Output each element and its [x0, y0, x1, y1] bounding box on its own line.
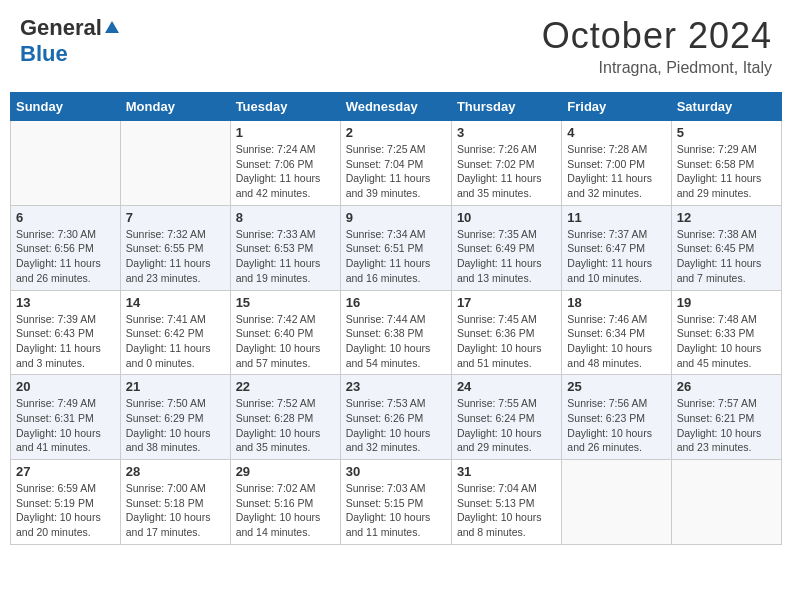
- day-number: 19: [677, 295, 776, 310]
- calendar-cell: 29Sunrise: 7:02 AMSunset: 5:16 PMDayligh…: [230, 460, 340, 545]
- day-number: 6: [16, 210, 115, 225]
- day-number: 24: [457, 379, 556, 394]
- day-info: Sunrise: 7:02 AMSunset: 5:16 PMDaylight:…: [236, 481, 335, 540]
- day-info: Sunrise: 7:24 AMSunset: 7:06 PMDaylight:…: [236, 142, 335, 201]
- calendar-cell: 2Sunrise: 7:25 AMSunset: 7:04 PMDaylight…: [340, 121, 451, 206]
- calendar-header-friday: Friday: [562, 93, 671, 121]
- day-info: Sunrise: 7:33 AMSunset: 6:53 PMDaylight:…: [236, 227, 335, 286]
- day-info: Sunrise: 7:53 AMSunset: 6:26 PMDaylight:…: [346, 396, 446, 455]
- day-info: Sunrise: 7:00 AMSunset: 5:18 PMDaylight:…: [126, 481, 225, 540]
- calendar-header-row: SundayMondayTuesdayWednesdayThursdayFrid…: [11, 93, 782, 121]
- calendar-cell: 13Sunrise: 7:39 AMSunset: 6:43 PMDayligh…: [11, 290, 121, 375]
- day-number: 21: [126, 379, 225, 394]
- calendar-cell: 1Sunrise: 7:24 AMSunset: 7:06 PMDaylight…: [230, 121, 340, 206]
- day-number: 11: [567, 210, 665, 225]
- calendar-week-4: 20Sunrise: 7:49 AMSunset: 6:31 PMDayligh…: [11, 375, 782, 460]
- day-info: Sunrise: 7:50 AMSunset: 6:29 PMDaylight:…: [126, 396, 225, 455]
- calendar-cell: 23Sunrise: 7:53 AMSunset: 6:26 PMDayligh…: [340, 375, 451, 460]
- day-info: Sunrise: 7:56 AMSunset: 6:23 PMDaylight:…: [567, 396, 665, 455]
- calendar-cell: 9Sunrise: 7:34 AMSunset: 6:51 PMDaylight…: [340, 205, 451, 290]
- calendar-header-monday: Monday: [120, 93, 230, 121]
- calendar-week-1: 1Sunrise: 7:24 AMSunset: 7:06 PMDaylight…: [11, 121, 782, 206]
- day-info: Sunrise: 7:39 AMSunset: 6:43 PMDaylight:…: [16, 312, 115, 371]
- day-number: 12: [677, 210, 776, 225]
- day-info: Sunrise: 7:03 AMSunset: 5:15 PMDaylight:…: [346, 481, 446, 540]
- calendar-week-3: 13Sunrise: 7:39 AMSunset: 6:43 PMDayligh…: [11, 290, 782, 375]
- day-number: 29: [236, 464, 335, 479]
- day-number: 5: [677, 125, 776, 140]
- calendar-cell: 28Sunrise: 7:00 AMSunset: 5:18 PMDayligh…: [120, 460, 230, 545]
- calendar-cell: 25Sunrise: 7:56 AMSunset: 6:23 PMDayligh…: [562, 375, 671, 460]
- day-info: Sunrise: 7:41 AMSunset: 6:42 PMDaylight:…: [126, 312, 225, 371]
- day-info: Sunrise: 7:52 AMSunset: 6:28 PMDaylight:…: [236, 396, 335, 455]
- day-number: 20: [16, 379, 115, 394]
- logo-blue-text: Blue: [20, 41, 68, 67]
- day-info: Sunrise: 7:30 AMSunset: 6:56 PMDaylight:…: [16, 227, 115, 286]
- calendar-cell: [11, 121, 121, 206]
- day-number: 7: [126, 210, 225, 225]
- calendar-cell: 16Sunrise: 7:44 AMSunset: 6:38 PMDayligh…: [340, 290, 451, 375]
- day-number: 17: [457, 295, 556, 310]
- calendar-cell: 14Sunrise: 7:41 AMSunset: 6:42 PMDayligh…: [120, 290, 230, 375]
- logo: General Blue: [20, 15, 119, 67]
- calendar-cell: 22Sunrise: 7:52 AMSunset: 6:28 PMDayligh…: [230, 375, 340, 460]
- calendar-cell: 31Sunrise: 7:04 AMSunset: 5:13 PMDayligh…: [451, 460, 561, 545]
- day-number: 8: [236, 210, 335, 225]
- day-number: 28: [126, 464, 225, 479]
- day-info: Sunrise: 7:44 AMSunset: 6:38 PMDaylight:…: [346, 312, 446, 371]
- calendar-header-wednesday: Wednesday: [340, 93, 451, 121]
- calendar-header-tuesday: Tuesday: [230, 93, 340, 121]
- day-info: Sunrise: 7:45 AMSunset: 6:36 PMDaylight:…: [457, 312, 556, 371]
- day-info: Sunrise: 7:42 AMSunset: 6:40 PMDaylight:…: [236, 312, 335, 371]
- calendar-cell: [562, 460, 671, 545]
- day-info: Sunrise: 7:38 AMSunset: 6:45 PMDaylight:…: [677, 227, 776, 286]
- day-info: Sunrise: 7:26 AMSunset: 7:02 PMDaylight:…: [457, 142, 556, 201]
- day-info: Sunrise: 7:48 AMSunset: 6:33 PMDaylight:…: [677, 312, 776, 371]
- day-number: 2: [346, 125, 446, 140]
- day-info: Sunrise: 7:28 AMSunset: 7:00 PMDaylight:…: [567, 142, 665, 201]
- calendar-cell: 6Sunrise: 7:30 AMSunset: 6:56 PMDaylight…: [11, 205, 121, 290]
- day-number: 1: [236, 125, 335, 140]
- day-number: 25: [567, 379, 665, 394]
- calendar-cell: 12Sunrise: 7:38 AMSunset: 6:45 PMDayligh…: [671, 205, 781, 290]
- calendar-cell: 26Sunrise: 7:57 AMSunset: 6:21 PMDayligh…: [671, 375, 781, 460]
- calendar-header-thursday: Thursday: [451, 93, 561, 121]
- calendar-cell: 7Sunrise: 7:32 AMSunset: 6:55 PMDaylight…: [120, 205, 230, 290]
- day-number: 23: [346, 379, 446, 394]
- day-info: Sunrise: 7:04 AMSunset: 5:13 PMDaylight:…: [457, 481, 556, 540]
- calendar-header-saturday: Saturday: [671, 93, 781, 121]
- location-text: Intragna, Piedmont, Italy: [542, 59, 772, 77]
- day-info: Sunrise: 7:34 AMSunset: 6:51 PMDaylight:…: [346, 227, 446, 286]
- day-number: 15: [236, 295, 335, 310]
- calendar-cell: 21Sunrise: 7:50 AMSunset: 6:29 PMDayligh…: [120, 375, 230, 460]
- day-number: 26: [677, 379, 776, 394]
- page-header: General Blue October 2024 Intragna, Pied…: [10, 10, 782, 82]
- calendar-cell: 11Sunrise: 7:37 AMSunset: 6:47 PMDayligh…: [562, 205, 671, 290]
- day-info: Sunrise: 6:59 AMSunset: 5:19 PMDaylight:…: [16, 481, 115, 540]
- calendar-table: SundayMondayTuesdayWednesdayThursdayFrid…: [10, 92, 782, 545]
- calendar-cell: 18Sunrise: 7:46 AMSunset: 6:34 PMDayligh…: [562, 290, 671, 375]
- day-info: Sunrise: 7:57 AMSunset: 6:21 PMDaylight:…: [677, 396, 776, 455]
- calendar-cell: [671, 460, 781, 545]
- calendar-cell: 10Sunrise: 7:35 AMSunset: 6:49 PMDayligh…: [451, 205, 561, 290]
- day-info: Sunrise: 7:29 AMSunset: 6:58 PMDaylight:…: [677, 142, 776, 201]
- day-info: Sunrise: 7:35 AMSunset: 6:49 PMDaylight:…: [457, 227, 556, 286]
- calendar-cell: 30Sunrise: 7:03 AMSunset: 5:15 PMDayligh…: [340, 460, 451, 545]
- day-number: 30: [346, 464, 446, 479]
- day-info: Sunrise: 7:25 AMSunset: 7:04 PMDaylight:…: [346, 142, 446, 201]
- day-number: 14: [126, 295, 225, 310]
- calendar-cell: 4Sunrise: 7:28 AMSunset: 7:00 PMDaylight…: [562, 121, 671, 206]
- day-info: Sunrise: 7:37 AMSunset: 6:47 PMDaylight:…: [567, 227, 665, 286]
- day-number: 27: [16, 464, 115, 479]
- calendar-cell: 3Sunrise: 7:26 AMSunset: 7:02 PMDaylight…: [451, 121, 561, 206]
- calendar-cell: [120, 121, 230, 206]
- calendar-cell: 27Sunrise: 6:59 AMSunset: 5:19 PMDayligh…: [11, 460, 121, 545]
- day-number: 31: [457, 464, 556, 479]
- calendar-cell: 5Sunrise: 7:29 AMSunset: 6:58 PMDaylight…: [671, 121, 781, 206]
- day-number: 22: [236, 379, 335, 394]
- calendar-cell: 15Sunrise: 7:42 AMSunset: 6:40 PMDayligh…: [230, 290, 340, 375]
- calendar-week-5: 27Sunrise: 6:59 AMSunset: 5:19 PMDayligh…: [11, 460, 782, 545]
- day-info: Sunrise: 7:46 AMSunset: 6:34 PMDaylight:…: [567, 312, 665, 371]
- month-title: October 2024: [542, 15, 772, 57]
- calendar-header-sunday: Sunday: [11, 93, 121, 121]
